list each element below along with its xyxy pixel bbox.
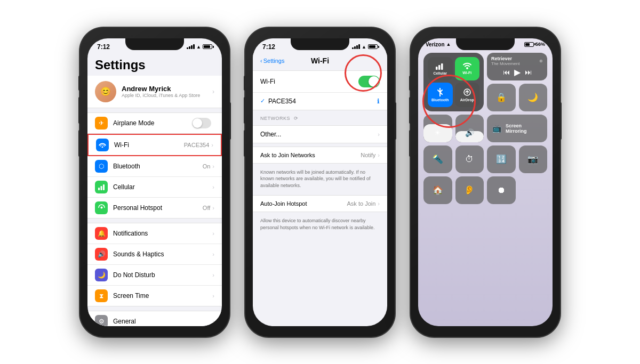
hearing-icon: 👂 xyxy=(464,185,475,195)
now-playing-tile[interactable]: Retriever The Movement ⊗ ⏮ ▶ ⏭ xyxy=(487,53,547,80)
empty-tile xyxy=(519,176,548,204)
auto-join-row[interactable]: Auto-Join Hotspot Ask to Join › xyxy=(253,196,387,212)
bluetooth-icon: ⬡ xyxy=(95,160,108,173)
sounds-chevron: › xyxy=(212,251,214,257)
playback-controls: ⏮ ▶ ⏭ xyxy=(491,67,543,77)
brightness-icon: ☀ xyxy=(434,128,441,137)
wifi-toggle[interactable] xyxy=(358,76,380,87)
timer-tile[interactable]: ⏱ xyxy=(455,145,484,173)
cellular-label: Cellular xyxy=(113,183,212,191)
general-chevron: › xyxy=(212,318,214,325)
other-network-row[interactable]: Other... › xyxy=(253,126,387,143)
settings-group-3: ⚙ General › ⊞ Control Center › xyxy=(87,311,222,326)
lock-rotation-tile[interactable]: 🔒 xyxy=(487,84,516,111)
row-screentime[interactable]: ⧗ Screen Time › xyxy=(87,286,222,306)
signal-icon-2 xyxy=(352,44,360,49)
signal-icon xyxy=(187,44,195,49)
cellular-cc-button[interactable]: Cellular xyxy=(428,57,453,80)
wifi-network-row[interactable]: ✓ PACE354 ℹ xyxy=(253,93,387,110)
wifi-status-icon: ▲ xyxy=(196,44,201,50)
networks-section-label: NETWORKS ⟳ xyxy=(253,114,387,122)
cellular-icon xyxy=(95,181,108,193)
dnd-label: Do Not Disturb xyxy=(113,271,212,279)
airplane-toggle[interactable] xyxy=(192,118,211,128)
notch-3 xyxy=(456,38,515,50)
status-time-2: 7:12 xyxy=(262,43,275,51)
phone-2-wifi: 7:12 ▲ ‹ Settings Wi-Fi xyxy=(245,28,395,337)
sounds-icon: 🔊 xyxy=(95,248,108,261)
profile-row[interactable]: 😊 Andrew Myrick Apple ID, iCloud, iTunes… xyxy=(87,76,222,108)
flashlight-tile[interactable]: 🔦 xyxy=(423,145,452,173)
calculator-icon: 🔢 xyxy=(496,154,507,164)
status-icons-1: ▲ xyxy=(187,44,212,50)
auto-join-value: Ask to Join xyxy=(347,200,376,207)
row-notifications[interactable]: 🔔 Notifications › xyxy=(87,223,222,244)
ask-join-value: Notify xyxy=(361,152,375,158)
now-playing-artist: The Movement xyxy=(491,61,519,66)
battery-icon xyxy=(203,44,212,49)
settings-group-1: ✈ Airplane Mode Wi-Fi PACE354 › xyxy=(87,112,222,219)
home-tile[interactable]: 🏠 xyxy=(423,176,452,204)
flashlight-icon: 🔦 xyxy=(433,154,443,164)
cc-status-icons: 56% xyxy=(524,42,545,47)
svg-rect-4 xyxy=(436,67,438,70)
wifi-toggle-group: Wi-Fi ✓ PACE354 ℹ xyxy=(253,70,387,110)
airplane-label: Airplane Mode xyxy=(113,119,192,127)
profile-chevron: › xyxy=(212,88,214,95)
next-track-button[interactable]: ⏭ xyxy=(525,68,532,76)
camera-tile[interactable]: 📷 xyxy=(519,145,548,173)
other-chevron: › xyxy=(378,131,380,137)
row-airplane-mode[interactable]: ✈ Airplane Mode xyxy=(87,113,222,134)
checkmark-icon: ✓ xyxy=(260,98,265,104)
profile-sub: Apple ID, iCloud, iTunes & App Store xyxy=(122,93,200,98)
wifi-cc-button[interactable]: Wi-Fi xyxy=(455,57,480,80)
hearing-tile[interactable]: 👂 xyxy=(455,176,484,204)
row-hotspot[interactable]: Personal Hotspot Off › xyxy=(87,198,222,218)
now-playing-source-icon: ⊗ xyxy=(539,59,543,63)
screen-mirror-tile[interactable]: 📺 Screen Mirroring xyxy=(487,115,547,142)
wifi-toggle-row[interactable]: Wi-Fi xyxy=(253,71,387,93)
wifi-icon xyxy=(96,139,109,151)
wifi-chevron: › xyxy=(211,142,213,148)
play-button[interactable]: ▶ xyxy=(514,67,521,77)
wifi-label: Wi-Fi xyxy=(114,141,184,149)
settings-content: Settings 😊 Andrew Myrick Apple ID, iClou… xyxy=(87,53,222,326)
row-bluetooth[interactable]: ⬡ Bluetooth On › xyxy=(87,156,222,177)
connectivity-buttons: Cellular Wi-Fi Bluet xyxy=(428,57,479,107)
network-name: PACE354 xyxy=(268,98,377,105)
airdrop-cc-button[interactable]: AirDrop xyxy=(455,83,480,107)
back-chevron-icon: ‹ xyxy=(260,58,262,64)
calculator-tile[interactable]: 🔢 xyxy=(487,145,516,173)
wifi-back-button[interactable]: ‹ Settings xyxy=(260,58,284,64)
now-playing-top: Retriever The Movement ⊗ xyxy=(491,56,543,66)
svg-rect-5 xyxy=(438,65,441,70)
phone-3-control-center: Verizon ▲ 56% xyxy=(411,28,560,337)
wifi-cc-label: Wi-Fi xyxy=(462,71,471,75)
svg-rect-2 xyxy=(103,184,105,190)
auto-join-label: Auto-Join Hotspot xyxy=(260,200,347,207)
hotspot-label: Personal Hotspot xyxy=(113,204,203,212)
dnd-tile[interactable]: 🌙 xyxy=(519,84,548,111)
sounds-label: Sounds & Haptics xyxy=(113,250,212,258)
phone-1-screen: 7:12 ▲ Settings 😊 Andrew Myrick Apple ID… xyxy=(87,38,222,326)
bluetooth-cc-button[interactable]: Bluetooth xyxy=(428,83,453,107)
general-label: General xyxy=(113,318,212,325)
airdrop-cc-label: AirDrop xyxy=(460,98,474,102)
wifi-toggle-label: Wi-Fi xyxy=(260,78,358,85)
hotspot-icon xyxy=(95,201,108,214)
brightness-slider[interactable]: ☀ xyxy=(423,115,452,142)
row-cellular[interactable]: Cellular › xyxy=(87,177,222,198)
screen-record-tile[interactable]: ⏺ xyxy=(487,176,516,204)
status-time-1: 7:12 xyxy=(97,43,110,51)
row-dnd[interactable]: 🌙 Do Not Disturb › xyxy=(87,265,222,286)
row-general[interactable]: ⚙ General › xyxy=(87,311,222,326)
ask-join-row[interactable]: Ask to Join Networks Notify › xyxy=(253,147,387,163)
row-sounds[interactable]: 🔊 Sounds & Haptics › xyxy=(87,244,222,265)
settings-group-2: 🔔 Notifications › 🔊 Sounds & Haptics › 🌙… xyxy=(87,223,222,306)
ask-join-chevron: › xyxy=(378,152,380,158)
volume-slider[interactable]: 🔊 xyxy=(455,115,484,142)
prev-track-button[interactable]: ⏮ xyxy=(503,68,510,76)
row-wifi[interactable]: Wi-Fi PACE354 › xyxy=(87,134,222,156)
status-icons-2: ▲ xyxy=(352,44,378,50)
svg-rect-6 xyxy=(441,63,443,70)
